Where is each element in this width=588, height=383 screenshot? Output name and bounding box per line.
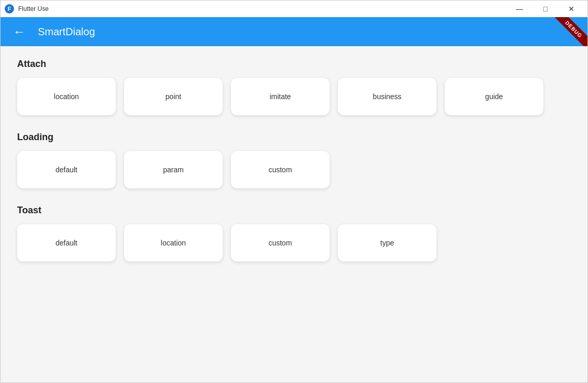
toast-default-button[interactable]: default — [17, 224, 116, 262]
loading-default-button[interactable]: default — [17, 151, 116, 188]
attach-business-button[interactable]: business — [338, 78, 436, 115]
back-button[interactable]: ← — [9, 21, 30, 42]
maximize-button[interactable]: □ — [534, 1, 557, 17]
attach-section: Attach location point imitate business g… — [17, 59, 571, 115]
debug-corner: DEBUG — [546, 17, 587, 46]
attach-imitate-button[interactable]: imitate — [231, 78, 330, 115]
minimize-button[interactable]: — — [508, 1, 531, 17]
page-title: SmartDialog — [38, 26, 95, 38]
title-bar-left: Flutter Use — [5, 4, 49, 13]
content-area: Attach location point imitate business g… — [1, 46, 587, 382]
attach-section-title: Attach — [17, 59, 571, 70]
toast-section-title: Toast — [17, 205, 571, 216]
toast-custom-button[interactable]: custom — [231, 224, 330, 262]
app-window: Flutter Use — □ ✕ ← SmartDialog DEBUG At… — [0, 0, 588, 383]
loading-button-grid: default param custom — [17, 151, 571, 188]
toast-section: Toast default location custom type — [17, 205, 571, 262]
attach-button-grid: location point imitate business guide — [17, 78, 571, 115]
app-icon — [5, 4, 14, 13]
app-header: ← SmartDialog DEBUG — [1, 17, 587, 46]
attach-location-button[interactable]: location — [17, 78, 116, 115]
loading-custom-button[interactable]: custom — [231, 151, 330, 188]
title-bar-controls: — □ ✕ — [508, 1, 583, 17]
loading-param-button[interactable]: param — [124, 151, 223, 188]
window-title: Flutter Use — [18, 5, 49, 12]
toast-button-grid: default location custom type — [17, 224, 571, 262]
close-button[interactable]: ✕ — [559, 1, 583, 17]
attach-guide-button[interactable]: guide — [445, 78, 543, 115]
attach-point-button[interactable]: point — [124, 78, 223, 115]
debug-badge: DEBUG — [554, 17, 587, 46]
toast-location-button[interactable]: location — [124, 224, 223, 262]
loading-section: Loading default param custom — [17, 132, 571, 188]
toast-type-button[interactable]: type — [338, 224, 436, 262]
loading-section-title: Loading — [17, 132, 571, 143]
title-bar: Flutter Use — □ ✕ — [1, 1, 587, 17]
